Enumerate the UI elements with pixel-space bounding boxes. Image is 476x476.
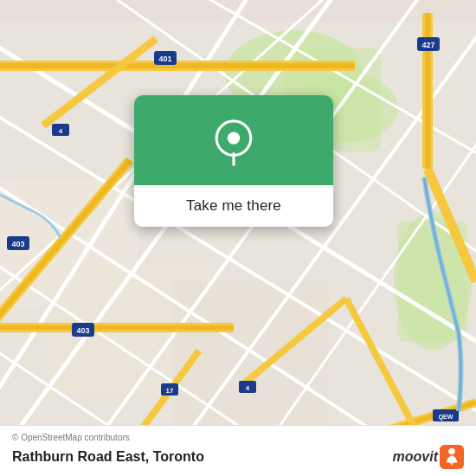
svg-text:427: 427 — [421, 41, 434, 49]
svg-text:17: 17 — [166, 387, 174, 395]
svg-rect-29 — [425, 13, 430, 169]
svg-text:QEW: QEW — [439, 414, 453, 421]
location-pin-icon — [210, 119, 257, 166]
svg-text:401: 401 — [158, 55, 171, 63]
location-name: Rathburn Road East, Toronto — [12, 449, 204, 465]
moovit-icon — [440, 445, 464, 469]
svg-point-57 — [448, 448, 454, 454]
svg-text:4: 4 — [59, 127, 63, 135]
copyright-text: © OpenStreetMap contributors — [12, 433, 464, 442]
svg-text:403: 403 — [11, 240, 24, 248]
svg-text:4: 4 — [246, 384, 250, 392]
moovit-logo: moovit — [393, 445, 464, 469]
svg-rect-27 — [0, 325, 234, 330]
svg-text:403: 403 — [76, 326, 89, 335]
popup-icon-area — [134, 95, 333, 185]
moovit-brand-text: moovit — [393, 449, 438, 465]
bottom-bar: © OpenStreetMap contributors Rathburn Ro… — [0, 425, 476, 476]
map-background: 401 427 403 403 4 4 17 QEW — [0, 0, 476, 476]
svg-rect-23 — [0, 63, 355, 68]
location-row: Rathburn Road East, Toronto moovit — [12, 445, 464, 469]
svg-point-54 — [228, 132, 240, 144]
popup-card: Take me there — [134, 95, 333, 227]
take-me-there-button[interactable]: Take me there — [134, 185, 333, 227]
map-container: 401 427 403 403 4 4 17 QEW — [0, 0, 476, 476]
